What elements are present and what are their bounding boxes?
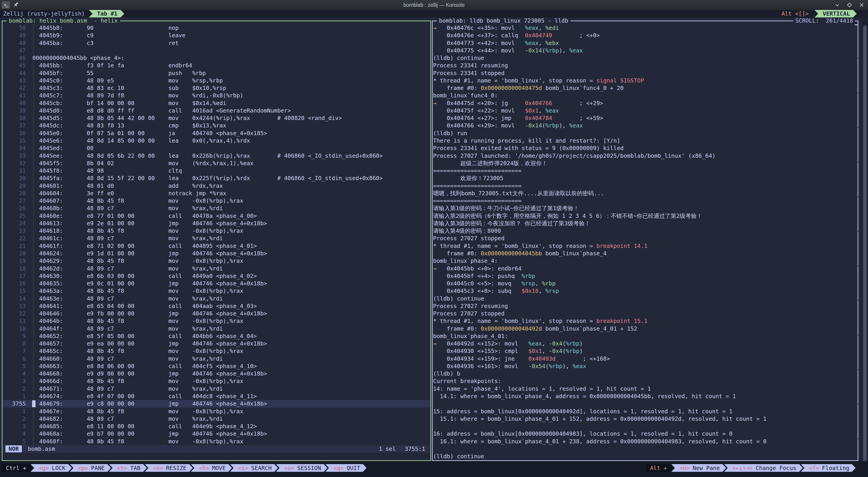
pane-scrollbar[interactable]	[858, 24, 858, 459]
terminal-line: There is a running process, kill it and …	[433, 137, 858, 145]
terminal-line: Process 27027 resuming	[433, 302, 858, 310]
terminal-line: 0x40476e <+37>: callq 0x404749 ; <+0>	[433, 32, 858, 39]
asm-line: 16 404635: e9 0c 01 00 00 jmp 404746 <ph…	[2, 280, 430, 287]
keybind-session[interactable]: <o>SESSION	[276, 464, 328, 472]
asm-line: 30 4045fa: 48 8d 15 5f 22 00 00 lea 0x22…	[2, 174, 430, 182]
lldb-terminal-pane[interactable]: bomblab: lldb bomb_linux 723005 - lldb S…	[432, 21, 858, 461]
asm-line: 24 404613: e9 2e 01 00 00 jmp 404746 <ph…	[2, 220, 430, 227]
terminal-line: 0x404930 <+155>: cmpl $0x1, -0x4(%rbp)	[433, 347, 858, 355]
asm-line: 3 404685: e8 11 08 00 00 call 404e9b <ph…	[2, 422, 430, 430]
asm-line: 28 404604: 3e ff e0 notrack jmp *%rax	[2, 190, 430, 197]
asm-line: 1 404674: e8 4f 07 00 00 call 404dc8 <ph…	[2, 392, 430, 400]
konsole-window: >_ bomblab : zellij — Konsole	[0, 0, 868, 477]
terminal-line: 请输入第1级的密码：牛刀小试~你已经通过了第1级考验！	[433, 204, 858, 212]
maximize-button[interactable]	[846, 2, 852, 8]
right-pane-title: bomblab: lldb bomb_linux 723005 - lldb	[437, 18, 570, 24]
terminal-line: (lldb) continue	[433, 453, 858, 460]
asm-line: 27 404607: 48 8b 45 f8 mov -0x8(%rbp),%r…	[2, 197, 430, 204]
asm-line: 2 404682: 48 89 c7 mov %rax,%rdi	[2, 415, 430, 422]
asm-line: 4 404668: e9 d9 00 00 00 jmp 404746 <pha…	[2, 370, 430, 377]
asm-line: 44 4045bf: 55 push %rbp	[2, 69, 430, 77]
terminal-line: 欢迎你！723005	[433, 174, 858, 182]
terminal-line: (lldb) b	[433, 370, 858, 377]
asm-line: 25 40460e: e8 77 01 00 00 call 40478a <p…	[2, 212, 430, 220]
selection-count: 1 sel	[379, 446, 396, 452]
close-button[interactable]	[859, 2, 865, 8]
terminal-line: → 0x40492d <+152>: movl %eax, -0x4(%rbp)	[433, 340, 858, 347]
keybind-pane[interactable]: <p>PANE	[70, 464, 111, 472]
terminal-line: frame #0: 0x00000000004045bb bomb_linux`…	[433, 250, 858, 257]
terminal-line: 请输入第3级的密码：今夜没加班？ 你已经通过了第3级考验！	[433, 220, 858, 227]
asm-line: 6 404660: 48 89 c7 mov %rax,%rdi	[2, 355, 430, 362]
terminal-line: → 0x4045bb <+0>: endbr64	[433, 265, 858, 272]
keybind-search[interactable]: <s>SEARCH	[230, 464, 278, 472]
asm-line: 45 4045bb: f3 0f 1e fa endbr64	[2, 62, 430, 69]
asm-line: 32 4045f5: 8b 04 02 mov (%rdx,%rax,1),%e…	[2, 160, 430, 167]
alt-keybind-hint: Alt <[]>	[781, 10, 809, 17]
keybind-floating[interactable]: <f>Floating	[801, 464, 856, 472]
window-titlebar[interactable]: >_ bomblab : zellij — Konsole	[0, 0, 868, 10]
keybind-move[interactable]: <h>MOVE	[191, 464, 232, 472]
layout-indicator-vertical: VERTICAL	[815, 10, 857, 18]
asm-line: 49 4045b9: c9 leave	[2, 32, 430, 39]
asm-line: 3 40466d: 48 8b 45 f8 mov -0x8(%rbp),%ra…	[2, 377, 430, 385]
asm-line: 40 4045cb: bf 14 00 00 00 mov $0x14,%edi	[2, 99, 430, 107]
minimize-button[interactable]	[834, 2, 840, 8]
terminal-line: 15.1: where = bomb_linux`phase_4_01 + 15…	[433, 415, 858, 422]
asm-line: 10 40464f: 48 89 c7 mov %rax,%rdi	[2, 325, 430, 332]
asm-line: 21 40461f: e8 71 02 00 00 call 404895 <p…	[2, 242, 430, 250]
asm-line: 13 404641: e8 65 04 00 00 call 404aab <p…	[2, 302, 430, 310]
konsole-scrollbar-thumb[interactable]	[863, 25, 867, 472]
asm-line: 26 40460b: 48 89 c7 mov %rax,%rdi	[2, 204, 430, 212]
mode-indicator: NOR	[5, 445, 22, 452]
session-name: Zellij (rusty-jellyfish)	[3, 10, 85, 17]
asm-line: 7 40465c: 48 8b 45 f8 mov -0x8(%rbp),%ra…	[2, 347, 430, 355]
terminal-line: Process 27027 stopped	[433, 234, 858, 242]
keybind-change-focus[interactable]: <←↓↑→>Change Focus	[724, 464, 803, 472]
keybind-new-pane[interactable]: <n>New Pane	[671, 464, 726, 472]
asm-line: 14 40463e: 48 89 c7 mov %rax,%rdi	[2, 295, 430, 302]
terminal-line: 请输入第4级的密码：8000	[433, 227, 858, 234]
keybind-tab[interactable]: <t>TAB	[109, 464, 147, 472]
terminal-line: 0x404764 <+27>: jmp 0x404784 ; <+59>	[433, 114, 858, 122]
left-pane-title: bomblab: helix bomb.asm - helix	[6, 18, 120, 24]
asm-line: 2 404671: 48 89 c7 mov %rax,%rdi	[2, 385, 430, 392]
terminal-line: 16: address = bomb_linux[0x0000000000404…	[433, 430, 858, 438]
terminal-line: Process 23341 exited with status = 9 (0x…	[433, 145, 858, 152]
file-name: bomb.asm	[28, 446, 55, 452]
keybind-resize[interactable]: <n>RESIZE	[145, 464, 193, 472]
asm-line: 31 4045f8: 48 98 cltq	[2, 167, 430, 174]
scroll-position: SCROLL: 261/4418	[794, 18, 855, 24]
asm-line: 20 404624: e9 1d 01 00 00 jmp 404746 <ph…	[2, 250, 430, 257]
tab-1[interactable]: Tab #1	[89, 10, 124, 18]
terminal-line: Process 27027 stopped	[433, 310, 858, 317]
terminal-line: 0x404766 <+29>: movl -0x14(%rbp), %eax	[433, 122, 858, 129]
keybind-quit[interactable]: <q>QUIT	[325, 464, 366, 472]
terminal-line: 0x4045bf <+4>: pushq %rbp	[433, 272, 858, 280]
konsole-scrollbar-track[interactable]	[862, 10, 868, 477]
asm-line: 34 4045ed: 00	[2, 145, 430, 152]
asm-line: 4 40468a: e9 b7 00 00 00 jmp 404746 <pha…	[2, 430, 430, 438]
terminal-line: ==========================	[433, 182, 858, 190]
terminal-line: Process 23341 resuming	[433, 62, 858, 69]
zellij-status-bar: Ctrl + <g>LOCK<p>PANE<t>TAB<n>RESIZE<h>M…	[0, 461, 868, 477]
terminal-line: bomb_linux`phase_4:	[433, 257, 858, 264]
text-cursor	[32, 401, 35, 407]
asm-line: 37 4045dc: 48 83 f8 13 cmp $0x13,%rax	[2, 122, 430, 129]
asm-line: 3755 404679: e9 c8 00 00 00 jmp 404746 <…	[2, 400, 430, 407]
terminal-line: bomb_linux`phase_4_01:	[433, 332, 858, 340]
asm-line: 5 404663: e8 8d 06 00 00 call 404cf5 <ph…	[2, 362, 430, 370]
terminal-line: bomb_linux`func4_0:	[433, 92, 858, 99]
asm-line: 17 404630: e8 6b 03 00 00 call 4049a0 <p…	[2, 272, 430, 280]
terminal-line: (lldb) continue	[433, 295, 858, 302]
terminal-line: * thread #1, name = 'bomb_linux', stop r…	[433, 77, 858, 84]
helix-editor-pane[interactable]: bomblab: helix bomb.asm - helix 50 4045b…	[2, 21, 431, 461]
keybind-lock[interactable]: <g>LOCK	[31, 464, 72, 472]
asm-line: 33 4045ee: 48 8d 05 6b 22 00 00 lea 0x22…	[2, 152, 430, 160]
asm-buffer: 50 4045b8: 90 nop49 4045b9: c9 leave48 4…	[2, 24, 430, 445]
asm-line: 18 40462d: 48 89 c7 mov %rax,%rdi	[2, 265, 430, 272]
terminal-line: 0x404936 <+161>: movl -0x54(%rbp), %eax	[433, 362, 858, 370]
terminal-line: frame #0: 0x000000000040475d bomb_linux`…	[433, 84, 858, 92]
terminal-line: ==========================	[433, 167, 858, 174]
terminal-line: frame #0: 0x000000000040492d bomb_linux`…	[433, 325, 858, 332]
